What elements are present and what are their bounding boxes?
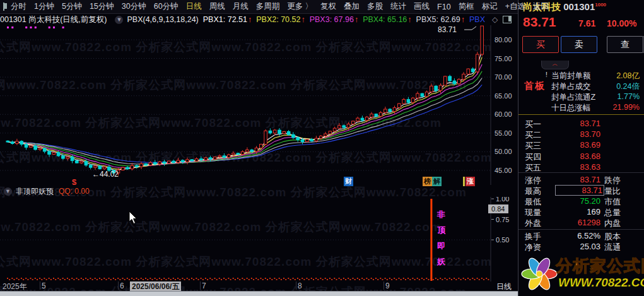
bid-row: 买四83.68: [525, 151, 638, 162]
diamond-icon[interactable]: ◇: [492, 15, 498, 24]
svg-text:←44.02: ←44.02: [92, 170, 119, 179]
svg-text:50.00: 50.00: [495, 148, 512, 155]
quote-value: 61298: [555, 218, 600, 227]
indicator-value: QQ: 0.00: [59, 187, 90, 196]
bid-price: 83.69: [563, 140, 600, 150]
event-tag-2[interactable]: 榜: [423, 177, 432, 186]
event-tag-4[interactable]: 涨: [465, 177, 475, 186]
tick-separator: [296, 281, 296, 290]
trade-button-1[interactable]: 买: [522, 36, 559, 53]
stat-row: 封单占流通Z1.77%: [551, 92, 643, 103]
mouse-cursor: [129, 211, 139, 225]
stat-value: 1.77%: [618, 92, 640, 101]
event-tag-3[interactable]: 解: [432, 177, 442, 186]
toolbar-item-15[interactable]: 统计: [387, 1, 410, 12]
event-tag-1[interactable]: 财: [344, 177, 353, 186]
stat-row: 十日总涨幅21.99%: [551, 103, 643, 114]
pbx-value-3: PBX3: 67.96↑: [310, 15, 358, 24]
toolbar-item-10[interactable]: 多周期: [252, 1, 284, 12]
pbx-values: PBX1: 72.51↑PBX2: 70.52↑PBX3: 67.96↑PBX4…: [203, 15, 489, 24]
trade-button-3[interactable]: 查: [607, 36, 643, 53]
stat-value: 21.99%: [613, 103, 640, 112]
quote-value: 83.71: [555, 185, 604, 196]
stat-label: 封单占成交: [551, 82, 591, 91]
toolbar-item-3[interactable]: 5分钟: [58, 1, 86, 12]
toolbar-item-17[interactable]: F10: [433, 3, 455, 11]
chevron-down-icon[interactable]: ▼: [4, 187, 12, 196]
quote-row: 最高83.71量比: [525, 186, 644, 196]
price-change-pct: 10.00%: [607, 18, 636, 28]
horizontal-scrollbar[interactable]: [0, 291, 518, 296]
bid-label: 买三: [525, 141, 541, 150]
toolbar-item-1[interactable]: 分时: [7, 1, 30, 12]
svg-text:55.00: 55.00: [495, 129, 512, 137]
toolbar-item-2[interactable]: 1分钟: [30, 1, 58, 12]
toolbar-item-7[interactable]: 日线: [182, 1, 206, 12]
quote-value: 75.20: [555, 196, 600, 206]
toolbar-item-11[interactable]: 更多 〉: [283, 1, 317, 12]
indicator-panel[interactable]: 1.000.750.500.84非顶即妖: [0, 197, 518, 281]
quote-value: 83.71: [555, 175, 600, 184]
stat-value: 0.24倍: [616, 81, 640, 92]
svg-text:70.00: 70.00: [495, 73, 512, 81]
chart-title: 001301 尚太科技(日线,前复权): [0, 15, 107, 25]
chevron-down-icon[interactable]: ▼: [115, 16, 123, 24]
pbx-value-1: PBX1: 72.51↑: [203, 15, 252, 24]
toolbar-item-12[interactable]: 复权: [317, 1, 340, 12]
tick-separator: [383, 281, 384, 290]
up-arrow-icon: ↑: [248, 15, 252, 24]
bid-price: 83.70: [563, 129, 600, 139]
quote-value: 6.52%: [555, 231, 600, 240]
bid-row: 买二83.70: [525, 129, 638, 140]
quote-row: 涨停83.71跌停: [525, 175, 644, 186]
collapse-panel-button[interactable]: ︿: [541, 61, 569, 69]
bid-label: 买二: [525, 130, 541, 139]
toolbar-item-13[interactable]: 叠加: [340, 1, 363, 12]
pbx-value-6: PBX: [469, 15, 485, 24]
main-chart-header: 001301 尚太科技(日线,前复权) ▼ PBX(4,6,9,13,18,24…: [0, 14, 518, 25]
indicator-title: 非顶即妖预: [16, 186, 54, 197]
up-arrow-icon: ↑: [407, 15, 411, 24]
quote-value: 169: [555, 207, 600, 216]
quote-row: 现量169总量: [525, 207, 644, 218]
stat-label: 封单占流通Z: [551, 93, 595, 102]
svg-text:即: 即: [437, 241, 445, 251]
split-window-icon[interactable]: [503, 16, 512, 23]
date-tick: 6: [120, 281, 124, 290]
toolbar-item-6[interactable]: 60分钟: [150, 1, 182, 12]
indicator-header: ▼ 非顶即妖预 QQ: 0.00: [0, 186, 518, 196]
toolbar-item-9[interactable]: 月线: [229, 1, 252, 12]
toolbar-item-20[interactable]: +自选: [501, 1, 529, 12]
stat-value: 2.08亿: [616, 71, 640, 81]
bid-price: 83.63: [563, 162, 600, 172]
svg-text:75.00: 75.00: [495, 55, 512, 62]
candlestick-chart[interactable]: 80.0075.0070.0065.0060.0055.0050.0045.00…: [0, 25, 518, 185]
bid-label: 买一: [525, 119, 541, 129]
alert-icon: !: [546, 71, 547, 78]
toolbar-item-19[interactable]: 标记: [478, 1, 501, 12]
svg-text:80.00: 80.00: [495, 36, 512, 44]
lot-badge: 1000: [595, 2, 606, 8]
up-arrow-icon: ↑: [461, 15, 465, 24]
toolbar-item-14[interactable]: 多股: [363, 1, 387, 12]
toolbar-item-16[interactable]: 画线: [410, 1, 433, 12]
layout-icon[interactable]: [3, 3, 4, 11]
tick-separator: [200, 281, 201, 290]
quote-label-right: 跌停: [604, 175, 621, 186]
svg-text:0.50: 0.50: [496, 236, 509, 244]
toolbar-item-4[interactable]: 15分钟: [86, 1, 118, 12]
bid-label: 买五: [525, 163, 541, 172]
quote-label: 涨停: [525, 175, 541, 185]
quote-label-right: 总量: [604, 207, 621, 218]
last-price: 83.71: [523, 15, 556, 30]
trade-button-2[interactable]: 卖: [561, 36, 597, 53]
svg-text:1.00: 1.00: [496, 197, 509, 203]
toolbar-item-8[interactable]: 周线: [206, 1, 229, 12]
pbx-value-5: PBX5: 62.69↑: [416, 15, 465, 24]
site-logo: 分析家公式网WWW.70822.COM: [518, 249, 644, 294]
up-arrow-icon: ↑: [301, 15, 305, 24]
toolbar-item-21[interactable]: 返回: [529, 1, 553, 12]
toolbar-item-5[interactable]: 30分钟: [118, 1, 150, 12]
toolbar-item-18[interactable]: 简框: [455, 1, 478, 12]
bid-price: 83.71: [563, 119, 600, 128]
